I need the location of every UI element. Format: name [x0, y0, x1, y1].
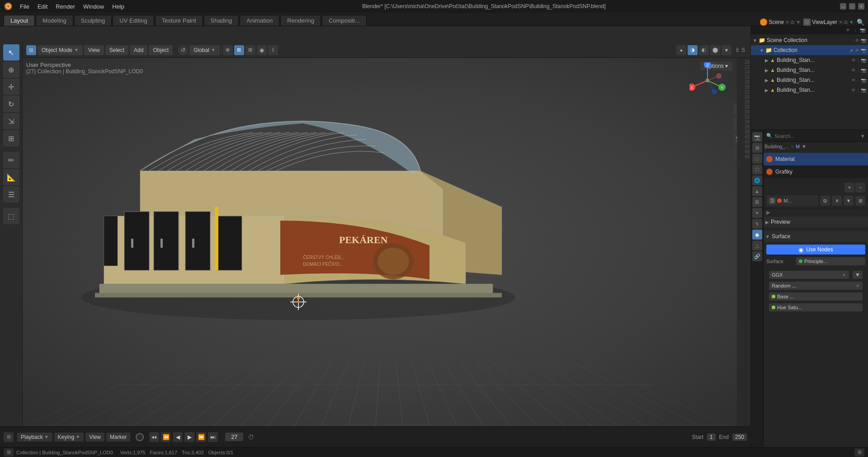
prop-tab-viewlayer[interactable]: □ [752, 154, 762, 164]
tool-cursor[interactable]: ⊕ [3, 61, 19, 78]
tool-scale[interactable]: ⇲ [3, 113, 19, 129]
slot-add-btn[interactable]: + [844, 183, 854, 193]
snap2-icon[interactable]: ⌇ [268, 45, 278, 55]
menu-help[interactable]: Help [108, 2, 128, 11]
select-menu[interactable]: Select [105, 45, 128, 55]
tab-uv-editing[interactable]: UV Editing [113, 15, 154, 26]
prop-tab-modifiers[interactable]: ⌘ [752, 197, 762, 207]
b2-arrow2[interactable]: ↓ [857, 68, 859, 73]
b1-eye[interactable]: 👁 [851, 58, 856, 63]
tab-sculpting[interactable]: Sculpting [74, 15, 112, 26]
slot-close-btn[interactable]: ✕ [832, 196, 842, 206]
ggx-expand-btn[interactable]: ▼ [853, 271, 863, 279]
tool-rotate[interactable]: ↻ [3, 96, 19, 112]
slot-copy-btn[interactable]: ⧉ [820, 196, 830, 206]
tab-texture-paint[interactable]: Texture Paint [155, 15, 203, 26]
tool-select[interactable]: ↖ [3, 44, 19, 61]
close-button[interactable]: ✕ [858, 3, 864, 9]
search-icon[interactable]: 🔍 [857, 19, 864, 26]
surface-shader-dropdown[interactable]: Principle... [796, 257, 865, 265]
render-icon[interactable]: ▼ [722, 45, 731, 55]
viewport-shading-icon2[interactable]: ◑ [688, 45, 698, 55]
maximize-button[interactable]: □ [849, 3, 855, 9]
b2-eye[interactable]: 👁 [851, 68, 856, 73]
tool-add[interactable]: ☰ [3, 186, 19, 203]
prop-tab-render[interactable]: 📷 [752, 132, 762, 142]
breadcrumb-item1[interactable]: Building_... [764, 144, 789, 149]
grid-icon[interactable]: ⊞ [245, 45, 255, 55]
menu-window[interactable]: Window [80, 2, 108, 11]
menu-edit[interactable]: Edit [34, 2, 51, 11]
menu-render[interactable]: Render [52, 2, 79, 11]
proportional-icon[interactable]: ◉ [257, 45, 267, 55]
prop-tab-physics[interactable]: ↯ [752, 219, 762, 229]
slot-more-icon[interactable]: ⊞ [855, 196, 865, 206]
editor-type-icon[interactable]: ⊞ [26, 45, 36, 55]
slot-filter-icon[interactable]: ▼ [844, 196, 854, 206]
menu-file[interactable]: File [16, 2, 33, 11]
slot-material-dropdown[interactable]: 3 M... [766, 195, 818, 206]
tab-animation[interactable]: Animation [240, 15, 279, 26]
slot-remove-btn[interactable]: − [855, 183, 865, 193]
b3-eye[interactable]: 👁 [851, 78, 856, 83]
material-item-0[interactable]: Material [764, 153, 868, 165]
playback-dropdown[interactable]: Playback ▼ [17, 433, 52, 442]
prop-tab-constraints[interactable]: 🔗 [752, 251, 762, 261]
outliner-item[interactable]: ▼ 📁 Scene Collection 👁 📷 [751, 35, 868, 45]
prop-tab-object[interactable]: ▲ [752, 186, 762, 196]
ggx-dropdown[interactable]: GGX ▼ [769, 271, 849, 279]
b4-render[interactable]: 📷 [861, 88, 866, 93]
marker-dropdown[interactable]: Marker [106, 433, 130, 442]
b1-render[interactable]: 📷 [861, 58, 866, 63]
render-eye-icon[interactable]: 📷 [861, 38, 866, 43]
jump-end-btn[interactable]: ⏭ [208, 432, 218, 442]
prop-tab-data[interactable]: △ [752, 240, 762, 250]
prop-tab-world[interactable]: 🌐 [752, 175, 762, 185]
viewport-shading-icon4[interactable]: ⬤ [710, 45, 720, 55]
prop-tab-particles[interactable]: ✦ [752, 208, 762, 218]
snap-icon[interactable]: ⊕ [223, 45, 233, 55]
view-dropdown[interactable]: View [85, 433, 104, 442]
properties-search-input[interactable] [774, 133, 859, 139]
b3-render[interactable]: 📷 [861, 78, 866, 83]
play-btn[interactable]: ▶ [184, 432, 194, 442]
viewport-shading-icon1[interactable]: ● [676, 45, 686, 55]
tool-box[interactable]: ⬚ [3, 208, 19, 224]
3d-viewport[interactable]: PEKÁREN ČERSTVÝ CHLÉB... DOMÁCÍ PEČIVO..… [23, 58, 750, 426]
hue-dropdown[interactable]: Hue Satu... [769, 303, 863, 311]
props-filter-icon[interactable]: ▼ [860, 133, 865, 139]
jump-start-btn[interactable]: ⏮ [149, 432, 159, 442]
outliner-building3[interactable]: ▶ ▲ Building_Stan... 👁 ↓ 📷 [751, 75, 868, 85]
random-dropdown[interactable]: Random ... ▼ [769, 282, 863, 290]
step-forward-btn[interactable]: ⏩ [196, 432, 206, 442]
breadcrumb-m[interactable]: M [796, 144, 800, 149]
play-reverse-btn[interactable]: ◀ [173, 432, 183, 442]
step-back-btn[interactable]: ⏪ [161, 432, 171, 442]
tab-shading[interactable]: Shading [204, 15, 239, 26]
preview-header[interactable]: ▶ Preview [764, 217, 868, 227]
object-mode-dropdown[interactable]: Object Mode ▼ [38, 45, 83, 55]
surface-header[interactable]: ▼ Surface [764, 231, 868, 242]
breadcrumb-arrow-icon[interactable]: ▼ [802, 144, 807, 149]
current-frame-display[interactable]: 27 [225, 433, 243, 441]
tab-compositing[interactable]: Compositi... [322, 15, 367, 26]
outliner-building2[interactable]: ▶ ▲ Building_Stan... 👁 ↓ 📷 [751, 65, 868, 75]
outliner-building4[interactable]: ▶ ▲ Building_Stan... 👁 ↓ 📷 [751, 85, 868, 95]
transform-icon[interactable]: ↺ [178, 45, 188, 55]
b1-arrow2[interactable]: ↓ [857, 58, 859, 63]
tool-measure[interactable]: 📐 [3, 169, 19, 185]
base-dropdown[interactable]: Base ... [769, 292, 863, 301]
editor-type-btn[interactable]: ⊞ [4, 432, 14, 442]
play-icon[interactable]: ▶ [766, 209, 770, 216]
end-value[interactable]: 250 [732, 433, 747, 441]
add-menu[interactable]: Add [130, 45, 147, 55]
keying-dropdown[interactable]: Keying ▼ [54, 433, 84, 442]
tab-modeling[interactable]: Modeling [36, 15, 73, 26]
col-eye2[interactable]: 👁 [855, 48, 859, 53]
prop-tab-output[interactable]: 🖥 [752, 143, 762, 153]
minimize-button[interactable]: — [840, 3, 846, 9]
status-right-icon[interactable]: ⊞ [854, 448, 864, 457]
view-menu[interactable]: View [84, 45, 104, 55]
b3-arrow2[interactable]: ↓ [857, 78, 859, 83]
b4-arrow2[interactable]: ↓ [857, 88, 859, 93]
